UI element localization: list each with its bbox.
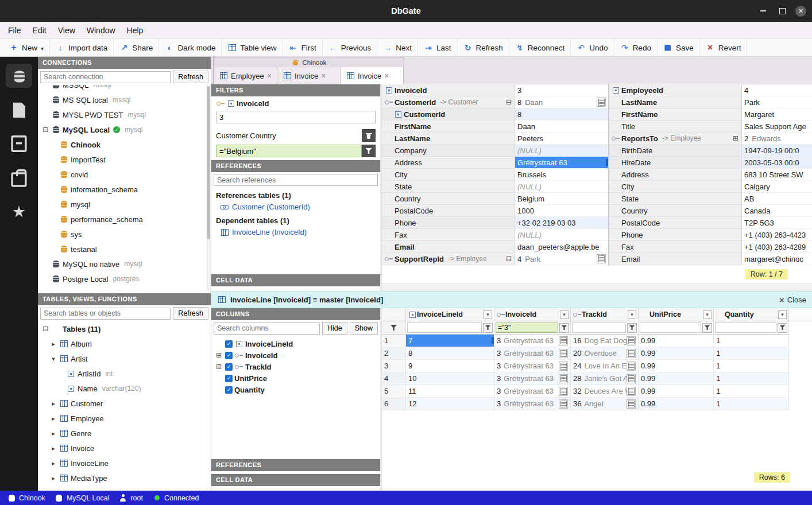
- grid-row[interactable]: 1 7 3 Grétrystraat 63: [382, 335, 812, 347]
- form-value-cell[interactable]: (NULL): [515, 181, 608, 193]
- invoicelineid-cell[interactable]: 11: [406, 385, 494, 398]
- filter-menu-button[interactable]: [778, 323, 787, 333]
- form-row[interactable]: EmployeeId 4: [609, 84, 812, 96]
- quantity-cell[interactable]: 1: [714, 347, 789, 360]
- form-value-cell[interactable]: (NULL): [515, 145, 608, 157]
- form-value-cell[interactable]: Belgium: [515, 193, 608, 205]
- connection-item[interactable]: Postgre Local postgres: [38, 271, 211, 286]
- tab[interactable]: Invoice: [277, 67, 341, 84]
- form-row[interactable]: Email daan_peeters@apple.be: [382, 241, 608, 253]
- column-item[interactable]: InvoiceLineId: [211, 338, 380, 349]
- form-row[interactable]: PostalCode 1000: [382, 205, 608, 217]
- tree-item[interactable]: Tables (11): [38, 321, 211, 336]
- grid-row[interactable]: 6 12 3 Grétrystraat 63: [382, 398, 812, 410]
- form-row[interactable]: BirthDate 1947-09-19 00:0: [609, 145, 812, 157]
- grid-row[interactable]: 4 10 3 Grétrystraat 63: [382, 372, 812, 385]
- connection-item[interactable]: ImportTest: [38, 152, 211, 167]
- chevron-right-icon[interactable]: [49, 340, 58, 348]
- grid-column-header[interactable]: Quantity: [714, 308, 789, 321]
- grid-row[interactable]: 3 9 3 Grétrystraat 63: [382, 360, 812, 372]
- expand-icon[interactable]: [214, 363, 223, 371]
- tab-close-icon[interactable]: [321, 71, 326, 80]
- trackid-cell[interactable]: 20 Overdose: [571, 347, 639, 360]
- connections-scrollbar[interactable]: [206, 85, 211, 292]
- tab[interactable]: Invoice: [341, 67, 404, 84]
- column-checkbox[interactable]: [225, 386, 233, 394]
- invoiceid-cell[interactable]: 3 Grétrystraat 63: [494, 372, 571, 385]
- chevron-right-icon[interactable]: [49, 399, 58, 408]
- form-value-cell[interactable]: (NULL): [515, 229, 608, 241]
- toolbar-button[interactable]: Undo: [571, 39, 614, 56]
- sidebar-icon-button[interactable]: [6, 199, 32, 223]
- open-reference-button[interactable]: [559, 387, 568, 396]
- tab[interactable]: Employee: [214, 67, 277, 84]
- toolbar-button[interactable]: Share: [114, 39, 159, 56]
- search-columns-input[interactable]: [214, 323, 320, 335]
- tree-item[interactable]: Name varchar(120): [38, 381, 211, 396]
- form-value-cell[interactable]: 4: [742, 84, 812, 96]
- form-value-cell[interactable]: Calgary: [742, 181, 812, 193]
- column-menu-button[interactable]: [703, 310, 712, 319]
- trackid-cell[interactable]: 28 Janie's Got A: [571, 372, 639, 385]
- form-value-cell[interactable]: 2003-05-03 00:0: [742, 157, 812, 169]
- form-row[interactable]: Phone +1 (403) 263-4423: [609, 229, 812, 241]
- form-row[interactable]: HireDate 2003-05-03 00:0: [609, 157, 812, 169]
- quantity-cell[interactable]: 1: [714, 372, 789, 385]
- invoiceid-cell[interactable]: 3 Grétrystraat 63: [494, 385, 571, 398]
- invoicelineid-cell[interactable]: 7: [406, 335, 494, 347]
- column-checkbox[interactable]: [225, 340, 233, 348]
- country-filter-input[interactable]: [216, 145, 362, 157]
- invoiceid-cell[interactable]: 3 Grétrystraat 63: [494, 398, 571, 410]
- menu-item[interactable]: File: [2, 24, 27, 37]
- trackid-cell[interactable]: 24 Love In An El: [571, 360, 639, 372]
- form-row[interactable]: FirstName Daan: [382, 121, 608, 133]
- connection-item[interactable]: MySQL Local mysql: [38, 122, 211, 137]
- quantity-cell[interactable]: 1: [714, 385, 789, 398]
- unitprice-cell[interactable]: 0.99: [639, 398, 714, 410]
- toolbar-button[interactable]: Table view: [222, 39, 283, 56]
- filter-invoiceid-input[interactable]: [496, 323, 558, 333]
- connection-item[interactable]: mysql: [38, 197, 211, 212]
- trackid-cell[interactable]: 32 Deuces Are W: [571, 385, 639, 398]
- tree-item[interactable]: InvoiceLine: [38, 456, 211, 471]
- column-item[interactable]: Quantity: [211, 384, 380, 395]
- form-row[interactable]: PostalCode T2P 5G3: [609, 217, 812, 229]
- unitprice-cell[interactable]: 0.99: [639, 385, 714, 398]
- toolbar-button[interactable]: First: [283, 39, 322, 56]
- column-menu-button[interactable]: [778, 310, 787, 319]
- connection-item[interactable]: MySQL no native mysql: [38, 257, 211, 271]
- column-item[interactable]: TrackId: [211, 361, 380, 372]
- form-value-cell[interactable]: 3: [515, 84, 608, 96]
- connection-item[interactable]: covid: [38, 167, 211, 182]
- filter-unitprice-input[interactable]: [640, 323, 701, 333]
- form-value-cell[interactable]: margaret@chinoc: [742, 253, 812, 265]
- row-number-cell[interactable]: 6: [382, 398, 406, 410]
- toolbar-button[interactable]: Save: [658, 39, 700, 56]
- unitprice-cell[interactable]: 0.99: [639, 372, 714, 385]
- form-value-cell[interactable]: Daan: [515, 121, 608, 133]
- search-tables-input[interactable]: [40, 308, 171, 320]
- close-button[interactable]: [795, 6, 806, 17]
- open-reference-button[interactable]: [627, 399, 636, 409]
- unitprice-cell[interactable]: 0.99: [639, 335, 714, 347]
- form-row[interactable]: Country Belgium: [382, 193, 608, 205]
- sidebar-icon-button[interactable]: [6, 165, 32, 189]
- form-value-cell[interactable]: +32 02 219 03 03: [515, 217, 608, 229]
- form-row[interactable]: LastName Peeters: [382, 133, 608, 145]
- grid-column-header[interactable]: TrackId: [571, 308, 639, 321]
- toolbar-button[interactable]: Redo: [614, 39, 658, 56]
- connection-item[interactable]: sys: [38, 227, 211, 242]
- form-row[interactable]: ReportsTo -> Employee 2 Edwards: [609, 133, 812, 145]
- close-detail-button[interactable]: Close: [779, 295, 806, 305]
- scrollbar-thumb[interactable]: [207, 86, 210, 239]
- grid-row[interactable]: 5 11 3 Grétrystraat 63: [382, 385, 812, 398]
- maximize-button[interactable]: [776, 5, 788, 17]
- filter-menu-button[interactable]: [483, 323, 493, 333]
- chevron-down-icon[interactable]: [49, 355, 58, 363]
- form-row[interactable]: Email margaret@chinoc: [609, 253, 812, 265]
- quantity-cell[interactable]: 1: [714, 398, 789, 410]
- connection-item[interactable]: MYSL PWD TEST mysql: [38, 107, 211, 122]
- grid-column-header[interactable]: InvoiceId: [494, 308, 571, 321]
- expand-icon[interactable]: [731, 134, 740, 143]
- toolbar-button[interactable]: Import data: [50, 39, 114, 56]
